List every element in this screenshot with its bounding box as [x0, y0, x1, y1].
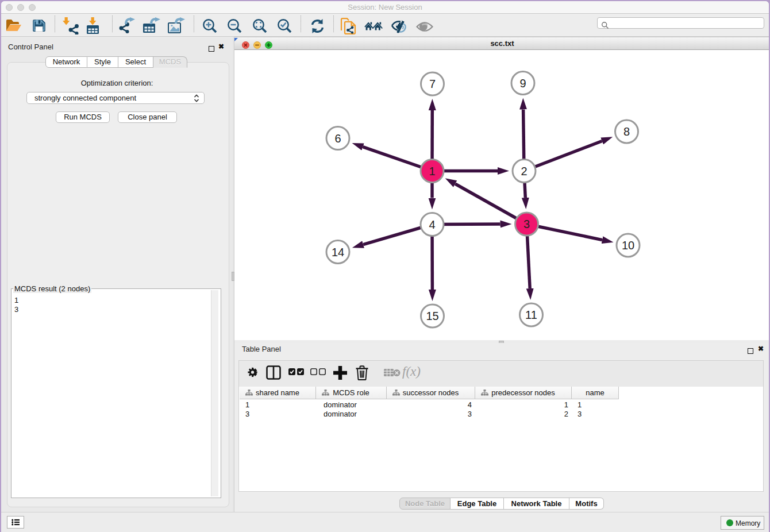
svg-text:4: 4: [429, 218, 435, 231]
svg-text:10: 10: [622, 239, 634, 252]
svg-text:1: 1: [429, 165, 435, 178]
svg-text:2: 2: [521, 165, 527, 178]
svg-text:3: 3: [523, 218, 530, 230]
svg-text:14: 14: [332, 246, 344, 259]
svg-text:9: 9: [519, 77, 526, 90]
svg-text:11: 11: [525, 309, 537, 321]
svg-text:8: 8: [623, 125, 630, 138]
svg-text:6: 6: [334, 132, 341, 145]
svg-text:7: 7: [429, 78, 436, 90]
svg-text:15: 15: [426, 310, 438, 322]
